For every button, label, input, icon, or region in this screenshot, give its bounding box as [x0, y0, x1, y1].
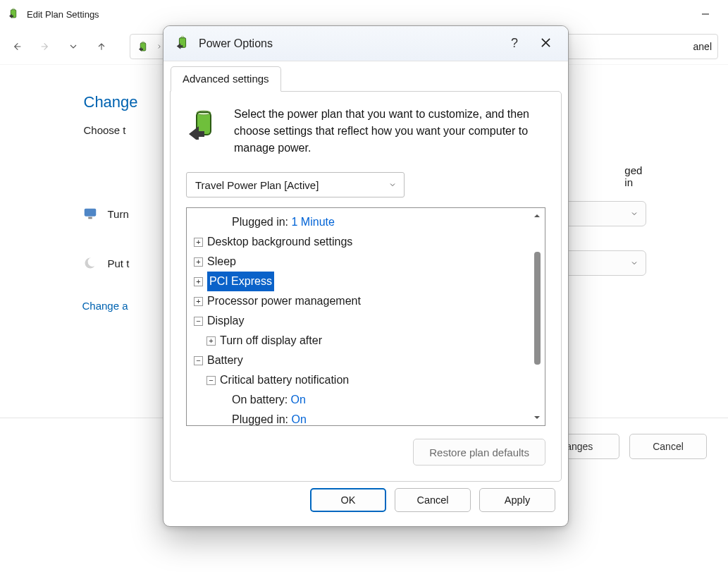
restore-plan-defaults-button[interactable]: Restore plan defaults [413, 439, 545, 465]
collapse-icon[interactable]: − [194, 317, 203, 326]
change-advanced-link[interactable]: Change a [82, 300, 128, 312]
back-button[interactable] [10, 39, 24, 54]
scroll-track[interactable] [534, 224, 541, 410]
tree-node-desktop-background[interactable]: + Desktop background settings [190, 232, 545, 252]
svg-point-10 [87, 257, 97, 267]
power-plan-icon [186, 106, 221, 157]
tree-node-critical-battery-notification[interactable]: − Critical battery notification [190, 370, 545, 390]
chevron-down-icon [630, 257, 638, 269]
close-button[interactable] [534, 37, 557, 50]
power-plan-select[interactable]: Travel Power Plan [Active] [186, 172, 405, 197]
app-icon [7, 7, 20, 22]
dialog-description: Select the power plan that you want to c… [234, 106, 545, 157]
dialog-title: Power Options [199, 37, 273, 50]
forward-button[interactable] [38, 39, 52, 54]
dialog-cancel-button[interactable]: Cancel [395, 488, 471, 512]
tree-node-sleep[interactable]: + Sleep [190, 252, 545, 272]
tab-advanced-settings[interactable]: Advanced settings [171, 66, 281, 92]
window-title: Edit Plan Settings [27, 9, 99, 20]
tree-leaf-plugged-in-2[interactable]: Plugged in: On [190, 410, 545, 426]
expand-icon[interactable]: + [194, 257, 203, 267]
ok-button[interactable]: OK [310, 488, 386, 512]
power-plan-select-value: Travel Power Plan [Active] [195, 179, 319, 191]
expand-icon[interactable]: + [194, 238, 203, 247]
breadcrumb-icon [136, 40, 150, 53]
scroll-down-icon[interactable] [529, 410, 545, 425]
expand-icon[interactable]: + [194, 277, 203, 286]
chevron-down-icon [630, 208, 638, 220]
scroll-up-icon[interactable] [529, 208, 545, 224]
dialog-icon [175, 35, 190, 52]
scroll-thumb[interactable] [534, 252, 541, 365]
expand-icon[interactable]: + [194, 297, 203, 306]
tree-node-pci-express[interactable]: + PCI Express [190, 272, 545, 291]
chevron-right-icon [156, 41, 163, 52]
tree-node-display[interactable]: − Display [190, 311, 545, 331]
tree-leaf-on-battery[interactable]: On battery: On [190, 390, 545, 410]
tree-scrollbar[interactable] [529, 208, 545, 425]
recent-dropdown[interactable] [66, 39, 80, 54]
monitor-icon [82, 206, 98, 221]
column-header-plugged: ged in [624, 164, 646, 188]
tree-leaf-plugged-in[interactable]: Plugged in: 1 Minute [190, 212, 545, 232]
cancel-button[interactable]: Cancel [629, 434, 707, 459]
tree-node-processor[interactable]: + Processor power management [190, 291, 545, 311]
settings-tree[interactable]: Plugged in: 1 Minute + Desktop backgroun… [186, 207, 545, 426]
moon-icon [82, 255, 98, 271]
svg-rect-8 [88, 217, 92, 219]
tree-node-turn-off-display[interactable]: + Turn off display after [190, 331, 545, 351]
chevron-down-icon [388, 179, 397, 191]
svg-rect-7 [84, 209, 96, 217]
expand-icon[interactable]: + [206, 336, 216, 346]
help-button[interactable]: ? [503, 36, 526, 51]
dialog-titlebar: Power Options ? [164, 26, 568, 61]
tree-node-battery[interactable]: − Battery [190, 351, 545, 370]
apply-button[interactable]: Apply [479, 488, 555, 512]
minimize-button[interactable] [689, 4, 721, 25]
collapse-icon[interactable]: − [206, 376, 216, 385]
up-button[interactable] [94, 39, 109, 54]
breadcrumb-tail: anel [693, 41, 712, 52]
collapse-icon[interactable]: − [194, 356, 203, 365]
power-options-dialog: Power Options ? Advanced settings Select… [163, 25, 569, 527]
window-titlebar: Edit Plan Settings [0, 0, 728, 28]
